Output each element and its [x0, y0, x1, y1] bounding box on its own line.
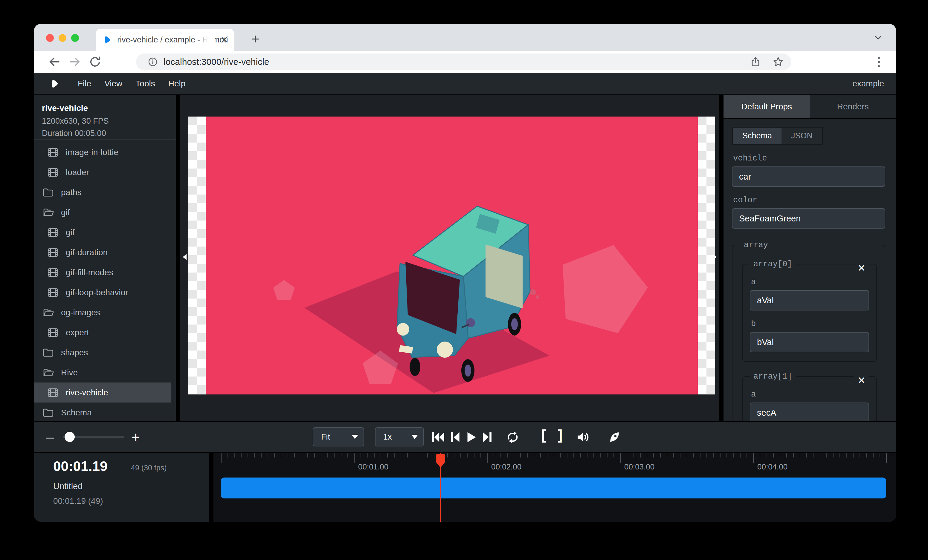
composition-canvas[interactable]	[188, 117, 715, 394]
right-panel-resizer[interactable]	[719, 95, 723, 422]
sidebar-item-label: image-in-lottie	[66, 148, 118, 157]
timeline-clip-bar[interactable]	[221, 478, 886, 498]
skip-to-start-icon[interactable]	[430, 430, 446, 445]
a-input[interactable]: secA	[750, 403, 869, 422]
sidebar-item-rive-vehicle[interactable]: rive-vehicle	[34, 382, 171, 403]
previous-frame-icon[interactable]	[447, 430, 462, 445]
next-frame-icon[interactable]	[480, 430, 495, 445]
tab-renders[interactable]: Renders	[810, 95, 896, 118]
in-bracket-icon[interactable]: [	[542, 427, 556, 442]
ruler-tick	[514, 453, 514, 458]
browser-tab[interactable]: rive-vehicle / example - Remoti ✕	[96, 29, 234, 51]
remove-array-item-icon[interactable]: ✕	[854, 374, 869, 387]
remotion-favicon-icon	[103, 35, 113, 45]
tab-schema[interactable]: Schema	[733, 128, 781, 144]
zoom-window-button[interactable]	[71, 34, 79, 42]
track-name[interactable]: Untitled	[53, 481, 82, 491]
out-bracket-icon[interactable]: ]	[558, 427, 573, 442]
film-icon	[47, 166, 59, 179]
new-tab-button[interactable]: +	[247, 30, 264, 47]
tab-search-chevron-icon[interactable]	[873, 32, 884, 43]
sidebar-item-image-in-lottie[interactable]: image-in-lottie	[34, 142, 176, 162]
vehicle-input[interactable]: car	[732, 166, 885, 187]
color-input[interactable]: SeaFoamGreen	[732, 208, 885, 228]
ruler-tick	[414, 453, 414, 458]
playback-rate-select[interactable]: 1x	[375, 427, 424, 446]
ruler-tick	[667, 453, 667, 458]
browser-menu-icon[interactable]	[872, 55, 885, 68]
sidebar-item-gif[interactable]: gif	[34, 222, 176, 242]
checkerboard-icon[interactable]	[524, 429, 539, 444]
rocket-icon[interactable]	[607, 430, 622, 445]
menu-view[interactable]: View	[98, 79, 129, 88]
b-label: b	[751, 320, 869, 329]
sidebar-item-paths[interactable]: paths	[34, 182, 176, 202]
bookmark-star-icon[interactable]	[772, 56, 784, 68]
fit-select[interactable]: Fit	[313, 427, 364, 446]
sidebar-item-og-images[interactable]: og-images	[34, 303, 176, 323]
tab-close-icon[interactable]: ✕	[219, 34, 230, 45]
film-icon	[47, 326, 59, 339]
window-controls	[46, 34, 79, 42]
playhead-handle[interactable]	[436, 454, 445, 468]
a-input[interactable]: aVal	[750, 290, 869, 310]
sidebar-item-label: rive-vehicle	[66, 388, 108, 397]
ruler-tick	[288, 453, 288, 458]
share-icon[interactable]	[749, 56, 762, 68]
sidebar-item-label: gif	[61, 208, 70, 217]
timeline-track-area[interactable]: 00:01.0000:02.0000:03.0000:04.00	[214, 453, 896, 522]
forward-button[interactable]	[67, 55, 82, 69]
address-bar[interactable]: localhost:3000/rive-vehicle	[136, 53, 791, 70]
ruler-tick	[467, 453, 468, 458]
timeline-divider	[209, 453, 214, 522]
zoom-in-icon[interactable]: +	[131, 422, 140, 452]
transparency-checker-left	[188, 117, 206, 394]
collapse-right-panel-icon[interactable]	[710, 250, 719, 263]
remove-array-item-icon[interactable]: ✕	[854, 262, 869, 275]
ruler-tick	[806, 453, 807, 458]
loop-icon[interactable]	[505, 430, 520, 445]
ruler-tick	[614, 453, 614, 458]
ruler-tick	[241, 453, 241, 458]
collapse-left-panel-icon[interactable]	[180, 250, 189, 263]
menu-tools[interactable]: Tools	[129, 79, 162, 88]
array-group: array array[0]✕aaValbbValarray[1]✕asecAb	[732, 240, 885, 422]
sidebar-item-loader[interactable]: loader	[34, 162, 176, 182]
zoom-slider-thumb[interactable]	[64, 432, 75, 442]
sidebar-item-Schema[interactable]: Schema	[34, 403, 176, 422]
composition-list: image-in-lottieloaderpathsgifgifgif-dura…	[34, 140, 176, 422]
b-input[interactable]: bVal	[750, 332, 869, 352]
ruler-tick	[560, 453, 561, 458]
sidebar-item-gif-fill-modes[interactable]: gif-fill-modes	[34, 262, 176, 282]
sidebar-item-Rive[interactable]: Rive	[34, 362, 176, 382]
back-button[interactable]	[47, 55, 62, 69]
ruler-tick	[627, 453, 627, 458]
reload-button[interactable]	[88, 55, 102, 69]
playhead[interactable]	[440, 453, 441, 522]
ruler-tick	[700, 453, 701, 458]
film-icon	[47, 226, 59, 239]
close-window-button[interactable]	[46, 34, 54, 42]
sidebar-item-gif[interactable]: gif	[34, 202, 176, 222]
sidebar-item-gif-duration[interactable]: gif-duration	[34, 242, 176, 262]
volume-icon[interactable]	[576, 430, 591, 445]
zoom-out-icon[interactable]: –	[46, 422, 54, 452]
sidebar-item-gif-loop-behavior[interactable]: gif-loop-behavior	[34, 282, 176, 303]
sidebar-item-expert[interactable]: expert	[34, 323, 176, 342]
menu-file[interactable]: File	[71, 79, 98, 88]
ruler-tick	[647, 453, 647, 458]
site-info-icon[interactable]	[147, 56, 158, 67]
array-item-group-0: array[0]✕aaValbbVal	[742, 260, 877, 362]
ruler-tick	[407, 453, 408, 458]
menu-help[interactable]: Help	[162, 79, 192, 88]
minimize-window-button[interactable]	[59, 34, 66, 42]
play-icon[interactable]	[463, 430, 478, 445]
sidebar-resizer[interactable]	[176, 95, 180, 422]
main-area: rive-vehicle 1200x630, 30 FPS Duration 0…	[34, 95, 896, 422]
array-item-label: array[0]	[750, 260, 796, 269]
tab-json[interactable]: JSON	[781, 128, 822, 144]
ruler-tick	[859, 453, 860, 458]
canvas-zoom-slider[interactable]	[63, 422, 124, 452]
sidebar-item-shapes[interactable]: shapes	[34, 342, 176, 362]
tab-default-props[interactable]: Default Props	[723, 95, 810, 118]
